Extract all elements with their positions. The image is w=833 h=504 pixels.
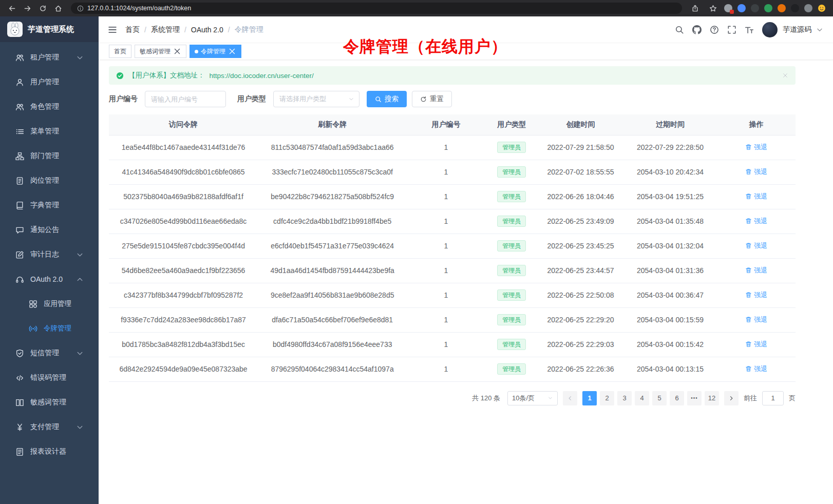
smiley-avatar-icon[interactable] [818, 4, 826, 12]
black-extension-icon[interactable] [791, 4, 799, 12]
sidebar-item-oauth2-application[interactable]: 应用管理 [0, 292, 99, 316]
site-info-icon[interactable] [77, 5, 84, 12]
browser-url-bar[interactable]: 127.0.0.1:1024/system/oauth2/token [71, 3, 682, 14]
page-button-6[interactable]: 6 [670, 391, 684, 405]
table-row: 6d842e2924594de9a09e45e087323abe8796295f… [109, 357, 796, 381]
app-logo[interactable]: 芋道管理系统 [0, 16, 99, 42]
user-type-select[interactable]: 请选择用户类型 [273, 91, 359, 107]
breadcrumb-item[interactable]: 首页 [125, 25, 140, 34]
sidebar-item-tenant[interactable]: 租户管理 [0, 45, 99, 70]
sidebar-item-dept[interactable]: 部门管理 [0, 144, 99, 168]
search-icon[interactable] [675, 25, 684, 34]
force-logout-link[interactable]: 强退 [745, 364, 767, 374]
force-logout-link[interactable]: 强退 [745, 217, 767, 226]
browser-home-icon[interactable] [51, 2, 65, 14]
page-button-5[interactable]: 5 [652, 391, 667, 405]
next-page-button[interactable] [724, 391, 739, 405]
force-logout-link[interactable]: 强退 [745, 266, 767, 275]
extensions-grid-icon[interactable] [724, 4, 732, 12]
github-icon[interactable] [692, 25, 702, 34]
page-size-select[interactable]: 10条/页 [507, 391, 558, 405]
reset-button[interactable]: 重置 [412, 91, 452, 107]
user-id-input[interactable] [145, 91, 226, 107]
green-extension-icon[interactable] [764, 4, 772, 12]
force-logout-link[interactable]: 强退 [745, 192, 767, 201]
expire-time-cell: 2054-03-04 01:35:48 [623, 209, 717, 234]
sidebar-item-menu[interactable]: 菜单管理 [0, 119, 99, 144]
force-logout-link[interactable]: 强退 [745, 290, 767, 300]
sidebar-item-sensitive-word[interactable]: 敏感词管理 [0, 390, 99, 415]
force-logout-link[interactable]: 强退 [745, 241, 767, 250]
gray-half-extension-icon[interactable] [804, 4, 812, 12]
font-size-icon[interactable] [745, 25, 754, 34]
page-button-2[interactable]: 2 [600, 391, 614, 405]
trash-icon [745, 292, 752, 298]
sidebar-item-report-designer[interactable]: 报表设计器 [0, 439, 99, 464]
force-logout-link[interactable]: 强退 [745, 167, 767, 177]
trash-icon [745, 365, 752, 372]
search-button[interactable]: 搜索 [367, 91, 407, 107]
more-pages-button[interactable]: ••• [687, 391, 702, 405]
access-token-cell: 275e5de9151045fe87cbdc395e004f4d [109, 234, 258, 258]
application-icon [29, 300, 37, 308]
sidebar-item-dict[interactable]: 字典管理 [0, 193, 99, 218]
fullscreen-icon[interactable] [727, 25, 736, 34]
browser-back-icon[interactable] [5, 2, 18, 14]
sidebar-item-error-code[interactable]: 错误码管理 [0, 365, 99, 390]
breadcrumb-item[interactable]: 系统管理 [151, 25, 180, 34]
table-row: c342377bf8b344799dcbf7bf095287f29ce8ef2a… [109, 283, 796, 307]
force-logout-link[interactable]: 强退 [745, 340, 767, 349]
sidebar-item-notice[interactable]: 通知公告 [0, 218, 99, 242]
sidebar-item-label: 敏感词管理 [30, 398, 66, 407]
table-row: b0d1785bc3a8482f812db4a3f3bd15ecb0df4980… [109, 332, 796, 357]
user-type-badge: 管理员 [497, 314, 526, 325]
breadcrumb-item[interactable]: OAuth 2.0 [191, 26, 223, 34]
force-logout-label: 强退 [754, 266, 767, 275]
sidebar-item-post[interactable]: 岗位管理 [0, 168, 99, 193]
force-logout-link[interactable]: 强退 [745, 143, 767, 152]
tab-sensitive-word[interactable]: 敏感词管理 [135, 45, 186, 58]
alert-doc-link[interactable]: https://doc.iocoder.cn/user-center/ [210, 72, 314, 80]
tab-oauth2-token[interactable]: 令牌管理 [190, 45, 241, 58]
prev-page-button[interactable] [563, 391, 577, 405]
page-button-12[interactable]: 12 [705, 391, 719, 405]
user-avatar[interactable] [762, 22, 778, 37]
user-type-cell: 管理员 [485, 184, 538, 209]
sidebar-item-role[interactable]: 角色管理 [0, 94, 99, 119]
page-button-3[interactable]: 3 [617, 391, 632, 405]
sidebar-item-user[interactable]: 用户管理 [0, 70, 99, 94]
browser-reload-icon[interactable] [36, 2, 49, 14]
dark-extension-icon[interactable] [751, 4, 759, 12]
force-logout-link[interactable]: 强退 [745, 315, 767, 324]
expire-time-cell: 2054-03-04 00:15:42 [623, 332, 717, 357]
sidebar-item-audit-log[interactable]: 审计日志 [0, 242, 99, 267]
sidebar-item-oauth2-token[interactable]: 令牌管理 [0, 316, 99, 341]
sidebar-item-label: OAuth 2.0 [30, 275, 63, 283]
user-menu-caret-icon[interactable] [816, 26, 824, 34]
sidebar-item-oauth2[interactable]: OAuth 2.0 [0, 267, 99, 292]
bookmark-star-icon[interactable] [706, 2, 720, 14]
help-icon[interactable] [710, 25, 719, 34]
blue-extension-icon[interactable] [737, 4, 746, 12]
user-name[interactable]: 芋道源码 [783, 25, 811, 34]
orange-extension-icon[interactable] [778, 4, 786, 12]
tab-home[interactable]: 首页 [109, 45, 131, 58]
tab-close-icon[interactable] [173, 47, 181, 55]
audit-log-icon [15, 250, 24, 259]
sidebar-item-sms[interactable]: 短信管理 [0, 341, 99, 365]
browser-forward-icon[interactable] [21, 2, 34, 14]
sidebar-item-pay[interactable]: 支付管理 [0, 415, 99, 439]
share-icon[interactable] [688, 2, 702, 14]
sidebar-item-label: 部门管理 [30, 151, 59, 161]
sidebar-item-label: 角色管理 [30, 102, 59, 111]
trash-icon [745, 267, 752, 274]
sidebar-toggle-icon[interactable] [108, 25, 117, 34]
pagination: 共 120 条 10条/页 123456•••12 前往 页 [109, 391, 796, 405]
goto-page-input[interactable] [762, 391, 784, 405]
header-tools: 芋道源码 [675, 22, 824, 37]
page-button-1[interactable]: 1 [582, 391, 597, 405]
alert-close-icon[interactable] [782, 72, 788, 79]
page-button-4[interactable]: 4 [635, 391, 649, 405]
tab-close-icon[interactable] [228, 47, 236, 55]
trash-icon [745, 218, 752, 224]
